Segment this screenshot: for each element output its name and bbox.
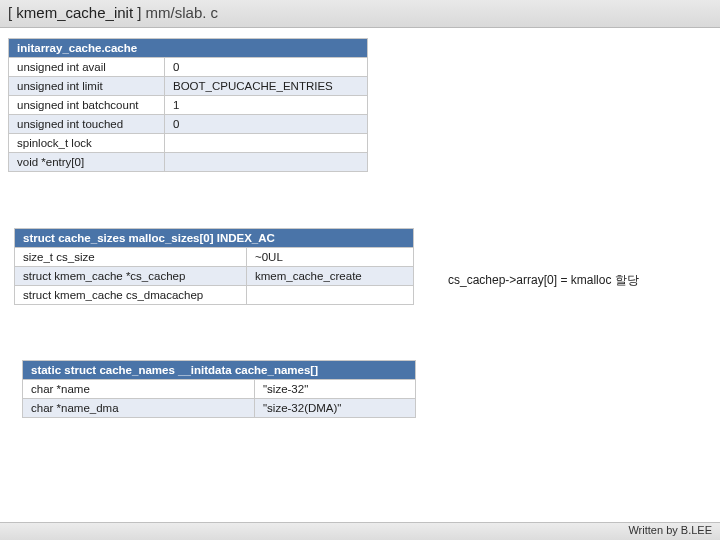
table-row: unsigned int limit BOOT_CPUCACHE_ENTRIES [9,77,368,96]
annotation-cs-cachep: cs_cachep->array[0] = kmalloc 할당 [448,272,639,289]
cell-val: 1 [165,96,368,115]
table2-header: struct cache_sizes malloc_sizes[0] INDEX… [15,229,414,248]
table-initarray-cache: initarray_cache.cache unsigned int avail… [8,38,368,172]
cell-key: char *name_dma [23,399,255,418]
table-row: size_t cs_size ~0UL [15,248,414,267]
slide-content: initarray_cache.cache unsigned int avail… [0,28,720,522]
table3-header: static struct cache_names __initdata cac… [23,361,416,380]
cell-val [165,153,368,172]
table-row: unsigned int avail 0 [9,58,368,77]
function-name: kmem_cache_init [12,4,137,21]
cell-val: 0 [165,115,368,134]
cell-key: unsigned int batchcount [9,96,165,115]
table-row: struct kmem_cache *cs_cachep kmem_cache_… [15,267,414,286]
cell-val: 0 [165,58,368,77]
cell-key: size_t cs_size [15,248,247,267]
table-row: unsigned int batchcount 1 [9,96,368,115]
table-malloc-sizes: struct cache_sizes malloc_sizes[0] INDEX… [14,228,414,305]
table-row: char *name_dma "size-32(DMA)" [23,399,416,418]
cell-val: ~0UL [247,248,414,267]
table-cache-names: static struct cache_names __initdata cac… [22,360,416,418]
cell-key: unsigned int limit [9,77,165,96]
cell-val [247,286,414,305]
title-bar: [ kmem_cache_init ] mm/slab. c [0,0,720,28]
file-path: mm/slab. c [141,4,218,21]
footer-bar: Written by B.LEE [0,522,720,540]
table-row: unsigned int touched 0 [9,115,368,134]
cell-val: BOOT_CPUCACHE_ENTRIES [165,77,368,96]
cell-key: struct kmem_cache cs_dmacachep [15,286,247,305]
cell-val: "size-32(DMA)" [255,399,416,418]
cell-val: "size-32" [255,380,416,399]
cell-key: struct kmem_cache *cs_cachep [15,267,247,286]
author-label: Written by B.LEE [628,524,712,536]
table-row: struct kmem_cache cs_dmacachep [15,286,414,305]
cell-key: spinlock_t lock [9,134,165,153]
cell-key: char *name [23,380,255,399]
cell-val [165,134,368,153]
cell-val: kmem_cache_create [247,267,414,286]
table1-header: initarray_cache.cache [9,39,368,58]
cell-key: unsigned int touched [9,115,165,134]
cell-key: unsigned int avail [9,58,165,77]
table-row: char *name "size-32" [23,380,416,399]
table-row: void *entry[0] [9,153,368,172]
cell-key: void *entry[0] [9,153,165,172]
table-row: spinlock_t lock [9,134,368,153]
